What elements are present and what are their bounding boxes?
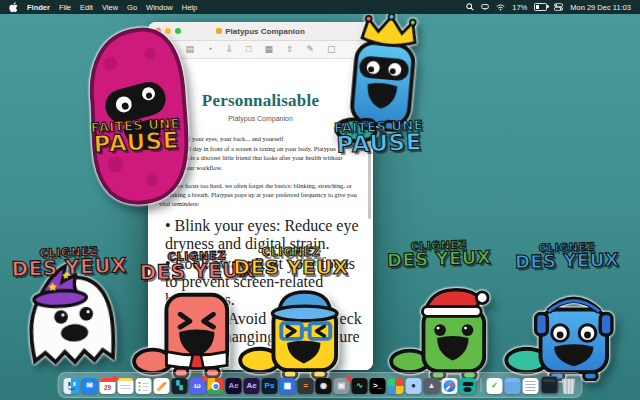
blue-crown-sticker-label: FAITES UNE PAUSE — [319, 119, 438, 156]
yellow-buckethat-platypus-sticker[interactable] — [237, 288, 352, 385]
notes[interactable] — [118, 378, 134, 394]
pages-icon[interactable]: □ — [246, 45, 251, 54]
gray-utility-app[interactable]: ▣ — [334, 378, 350, 394]
yellow-sticker-label: CLIGNEZ DES YEUX — [224, 247, 358, 276]
battery-icon[interactable] — [534, 3, 547, 11]
camera-app[interactable]: ◉ — [316, 378, 332, 394]
photoshop[interactable]: Ps — [262, 378, 278, 394]
blue-grid-app[interactable]: ▦ — [280, 378, 296, 394]
terminal[interactable]: >_ — [370, 378, 386, 394]
green-sticker-label: CLIGNEZ DES YEUX — [383, 239, 496, 270]
menubar-item[interactable]: File — [59, 3, 71, 12]
after-effects[interactable]: Ae — [226, 378, 242, 394]
notification-badge — [347, 376, 352, 381]
reminders[interactable] — [136, 378, 152, 394]
red-necktie-platypus-sticker[interactable] — [132, 283, 242, 385]
pencil-app[interactable] — [154, 378, 170, 394]
menubar-item[interactable]: Finder — [27, 3, 50, 12]
finder[interactable] — [64, 378, 80, 394]
menubar-item[interactable]: Edit — [80, 3, 93, 12]
calculator[interactable]: = — [298, 378, 314, 394]
menu-extra-icon[interactable] — [481, 3, 489, 11]
notification-badge — [113, 376, 118, 381]
discord[interactable]: ω — [190, 378, 206, 394]
chrome[interactable] — [208, 378, 224, 394]
downloads-folder[interactable] — [505, 378, 521, 394]
recent-document[interactable] — [523, 378, 539, 394]
menubar-clock[interactable]: Mon 29 Dec 11:03 — [570, 3, 631, 12]
menubar-item[interactable]: Help — [182, 3, 197, 12]
blue-headphones-sticker-label: CLIGNEZ DES YEUX — [506, 241, 629, 271]
trash[interactable] — [561, 378, 577, 394]
desktop: FinderFileEditViewGoWindowHelp 17% Mon 2… — [0, 0, 640, 400]
blue-headphones-platypus-sticker[interactable] — [502, 288, 627, 385]
menubar-status: 17% Mon 29 Dec 11:03 — [466, 3, 631, 12]
blue-sphere-app[interactable]: ● — [406, 378, 422, 394]
wifi-icon[interactable] — [496, 4, 505, 11]
green-utility-app[interactable]: ✓ — [487, 378, 503, 394]
ghost-sticker-label: CLIGNEZ DES YEUX — [10, 245, 129, 278]
history-icon[interactable]: ◔ — [207, 45, 212, 54]
apple-menu-icon[interactable] — [9, 2, 18, 13]
media-icon[interactable]: ▦ — [264, 45, 273, 54]
menubar-item[interactable]: Go — [127, 3, 137, 12]
mail[interactable]: ✉ — [82, 378, 98, 394]
battery-percent: 17% — [512, 3, 527, 12]
share-icon[interactable]: ⇧ — [286, 45, 294, 54]
menubar-item[interactable]: Window — [146, 3, 173, 12]
separator — [481, 378, 482, 392]
calendar[interactable]: 29 — [100, 378, 116, 394]
control-center-icon[interactable] — [554, 3, 563, 11]
pixel-game-app[interactable]: ▚ — [172, 378, 188, 394]
color-grid-app[interactable] — [388, 378, 404, 394]
document-icon — [216, 28, 222, 34]
audio-waveform-app[interactable]: ∿ — [352, 378, 368, 394]
menubar-item[interactable]: View — [102, 3, 118, 12]
pink-sticker-label: FAITES UNE PAUSE — [75, 117, 197, 156]
menubar-items: FinderFileEditViewGoWindowHelp — [27, 3, 197, 12]
after-effects-beta[interactable]: Ae — [244, 378, 260, 394]
green-santa-platypus-sticker[interactable] — [389, 285, 499, 385]
safari[interactable] — [442, 378, 458, 394]
platypus-app[interactable] — [460, 378, 476, 394]
minimized-window[interactable] — [541, 376, 559, 394]
notification-badge — [203, 376, 208, 381]
menu-bar: FinderFileEditViewGoWindowHelp 17% Mon 2… — [0, 0, 640, 14]
scrollbar-thumb[interactable] — [368, 147, 371, 219]
dock: ✉ 29 ▚ — [58, 372, 583, 398]
export-icon[interactable]: ⇩ — [225, 45, 233, 54]
search-icon[interactable] — [466, 3, 474, 11]
rocket-app[interactable]: ▲ — [424, 378, 440, 394]
markup-icon[interactable]: ✎ — [306, 45, 314, 54]
